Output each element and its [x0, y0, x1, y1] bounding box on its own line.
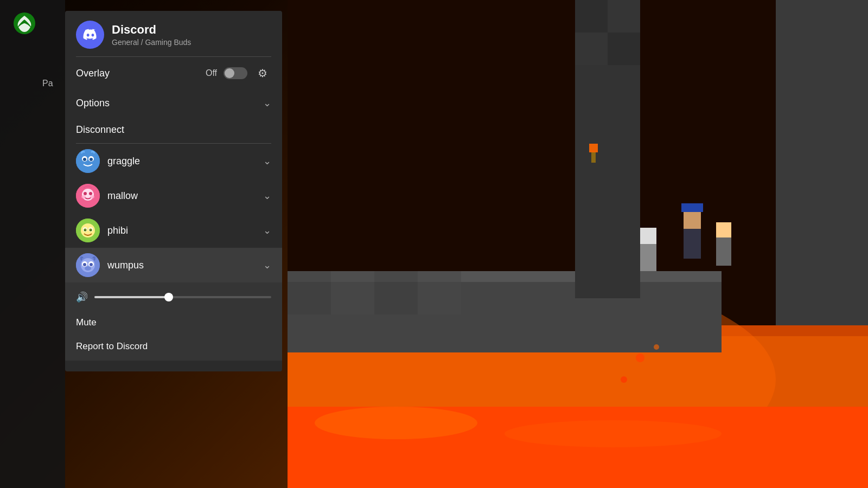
- report-to-discord-button[interactable]: Report to Discord: [76, 335, 271, 358]
- svg-rect-6: [288, 271, 331, 314]
- disconnect-label: Disconnect: [76, 124, 124, 136]
- user-info-phibi: phibi: [76, 219, 128, 242]
- discord-header: Discord General / Gaming Buds: [65, 11, 282, 56]
- svg-rect-23: [716, 237, 731, 266]
- discord-logo-icon: [82, 27, 98, 43]
- svg-rect-17: [640, 228, 656, 244]
- graggle-name: graggle: [107, 156, 140, 167]
- svg-rect-16: [776, 0, 868, 325]
- svg-point-30: [654, 344, 659, 350]
- svg-point-27: [315, 407, 477, 439]
- discord-title-text: Discord: [112, 23, 191, 37]
- svg-rect-21: [684, 229, 701, 259]
- game-scene: [288, 0, 868, 488]
- wumpus-avatar-icon: [76, 253, 100, 277]
- discord-panel: Discord General / Gaming Buds Overlay Of…: [65, 11, 282, 371]
- discord-subtitle: General / Gaming Buds: [112, 38, 191, 47]
- overlay-status: Off: [206, 68, 217, 78]
- user-info-graggle: graggle: [76, 149, 140, 173]
- svg-rect-25: [589, 144, 598, 152]
- svg-rect-9: [418, 271, 461, 314]
- avatar-graggle: [76, 149, 100, 173]
- user-row-graggle[interactable]: graggle ⌄: [65, 144, 282, 178]
- svg-point-43: [90, 195, 94, 198]
- svg-rect-13: [608, 0, 640, 33]
- svg-rect-24: [591, 152, 596, 163]
- mallow-chevron-icon: ⌄: [263, 190, 271, 202]
- svg-rect-8: [374, 271, 418, 314]
- volume-row[interactable]: 🔊: [76, 288, 271, 311]
- user-row-wumpus[interactable]: wumpus ⌄: [65, 248, 282, 282]
- disconnect-menu-item[interactable]: Disconnect: [65, 117, 282, 143]
- svg-point-41: [89, 192, 92, 195]
- svg-point-36: [83, 158, 86, 161]
- discord-title: Discord General / Gaming Buds: [112, 23, 191, 47]
- wumpus-name: wumpus: [107, 260, 144, 271]
- volume-fill: [94, 296, 169, 298]
- volume-slider[interactable]: [94, 296, 271, 298]
- overlay-label: Overlay: [76, 68, 110, 79]
- wumpus-expanded-controls: 🔊 Mute Report to Discord: [65, 282, 282, 361]
- user-info-wumpus: wumpus: [76, 253, 144, 277]
- toggle-knob: [225, 68, 234, 78]
- svg-point-42: [81, 195, 86, 198]
- options-menu-item[interactable]: Options ⌄: [65, 89, 282, 117]
- user-info-mallow: mallow: [76, 184, 138, 208]
- svg-rect-12: [575, 0, 608, 33]
- avatar-mallow: [76, 184, 100, 208]
- overlay-row[interactable]: Overlay Off ⚙: [65, 57, 282, 89]
- svg-point-28: [505, 420, 722, 447]
- options-label: Options: [76, 98, 110, 109]
- svg-point-56: [90, 263, 93, 266]
- avatar-wumpus: [76, 253, 100, 277]
- xbox-sidebar: [0, 0, 65, 488]
- graggle-chevron-icon: ⌄: [263, 155, 271, 167]
- overlay-settings-button[interactable]: ⚙: [254, 65, 271, 82]
- svg-rect-15: [608, 33, 640, 65]
- svg-rect-19: [684, 211, 701, 229]
- svg-rect-7: [331, 271, 374, 314]
- avatar-phibi: [76, 219, 100, 242]
- svg-point-40: [84, 192, 87, 195]
- mute-button[interactable]: Mute: [76, 311, 271, 335]
- phibi-name: phibi: [107, 225, 128, 236]
- volume-icon: 🔊: [76, 291, 88, 303]
- svg-rect-22: [716, 222, 731, 237]
- xbox-logo: [11, 10, 38, 37]
- svg-point-37: [90, 158, 93, 161]
- volume-knob: [164, 293, 173, 301]
- mallow-name: mallow: [107, 190, 138, 202]
- svg-point-55: [83, 263, 86, 266]
- phibi-chevron-icon: ⌄: [263, 224, 271, 236]
- svg-point-29: [636, 354, 644, 362]
- overlay-controls: Off ⚙: [206, 65, 271, 82]
- phibi-avatar-icon: [76, 219, 100, 242]
- xbox-icon: [12, 11, 36, 35]
- svg-point-33: [76, 149, 100, 173]
- svg-rect-20: [681, 203, 703, 212]
- user-row-mallow[interactable]: mallow ⌄: [65, 178, 282, 213]
- discord-icon: [76, 21, 104, 49]
- svg-point-50: [84, 226, 92, 231]
- wumpus-chevron-icon: ⌄: [263, 259, 271, 271]
- svg-point-57: [85, 266, 91, 271]
- user-row-phibi[interactable]: phibi ⌄: [65, 213, 282, 248]
- options-chevron-icon: ⌄: [263, 97, 271, 109]
- mallow-avatar-icon: [76, 184, 100, 208]
- overlay-toggle[interactable]: [224, 67, 247, 79]
- graggle-avatar-icon: [76, 149, 100, 173]
- svg-rect-14: [575, 33, 608, 65]
- svg-rect-18: [640, 244, 656, 271]
- svg-point-31: [621, 376, 627, 383]
- xbox-partial-text: Pa: [42, 79, 53, 88]
